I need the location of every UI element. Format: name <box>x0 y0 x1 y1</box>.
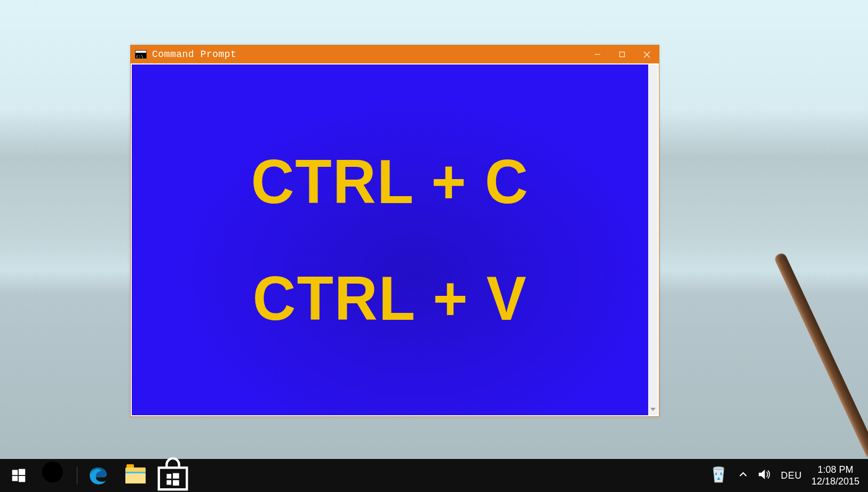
svg-point-15 <box>713 466 724 470</box>
taskbar-app-edge[interactable] <box>79 459 117 492</box>
svg-rect-12 <box>173 473 179 479</box>
command-prompt-icon <box>135 50 147 59</box>
svg-line-9 <box>61 480 71 491</box>
svg-rect-1 <box>620 52 625 57</box>
recycle-bin-icon <box>708 464 729 485</box>
window-controls <box>585 45 659 63</box>
console-line-2: CTRL + V <box>253 262 528 334</box>
svg-rect-14 <box>173 480 179 486</box>
store-icon <box>154 457 192 492</box>
scroll-down-arrow-icon[interactable] <box>648 405 658 414</box>
svg-rect-5 <box>19 469 25 475</box>
search-button[interactable] <box>37 459 75 492</box>
window-title: Command Prompt <box>152 49 236 60</box>
minimize-button[interactable] <box>585 45 610 63</box>
edge-icon <box>87 465 109 486</box>
svg-rect-4 <box>12 470 18 475</box>
console-output[interactable]: CTRL + C CTRL + V <box>132 64 648 415</box>
clock-date: 12/18/2015 <box>811 475 859 488</box>
recycle-bin-button[interactable] <box>708 464 729 488</box>
taskbar-app-file-explorer[interactable] <box>117 459 154 492</box>
console-line-1: CTRL + C <box>251 146 529 217</box>
file-explorer-icon <box>125 467 146 483</box>
taskbar-app-store[interactable] <box>154 459 192 492</box>
system-tray: DEU 1:08 PM 12/18/2015 <box>708 459 868 492</box>
window-titlebar[interactable]: Command Prompt <box>131 45 659 63</box>
maximize-button[interactable] <box>610 45 634 63</box>
chevron-up-icon <box>739 470 747 479</box>
search-icon <box>37 457 75 492</box>
clock-time: 1:08 PM <box>811 464 859 476</box>
clock-button[interactable]: 1:08 PM 12/18/2015 <box>811 464 859 488</box>
svg-rect-13 <box>166 480 171 485</box>
close-button[interactable] <box>634 45 659 63</box>
language-indicator[interactable]: DEU <box>781 470 802 481</box>
command-prompt-window[interactable]: Command Prompt CTRL + C CTRL + V <box>130 45 659 417</box>
svg-point-8 <box>42 462 63 482</box>
taskbar-separator <box>77 467 77 484</box>
start-button[interactable] <box>0 459 37 492</box>
taskbar[interactable]: DEU 1:08 PM 12/18/2015 <box>0 459 868 492</box>
windows-logo-icon <box>11 468 26 483</box>
tray-overflow-button[interactable] <box>739 470 747 481</box>
svg-rect-11 <box>166 474 171 479</box>
speaker-icon <box>757 467 771 481</box>
vertical-scrollbar[interactable] <box>648 64 658 415</box>
console-shadow-overlay <box>132 64 648 415</box>
window-client-area: CTRL + C CTRL + V <box>131 63 659 416</box>
svg-rect-10 <box>159 467 187 489</box>
svg-rect-7 <box>19 476 25 482</box>
svg-rect-6 <box>12 476 18 481</box>
volume-button[interactable] <box>757 467 771 484</box>
